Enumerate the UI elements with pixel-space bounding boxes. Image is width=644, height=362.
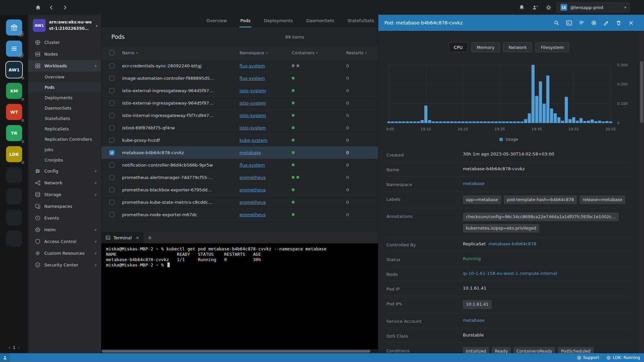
namespace-link[interactable]: prometheus <box>239 212 266 217</box>
select-all-checkbox[interactable] <box>109 50 114 55</box>
account-selector[interactable]: LE @lensapp-prod ▾ <box>557 2 630 12</box>
invite-user-button[interactable] <box>530 2 540 12</box>
row-checkbox[interactable] <box>109 187 114 192</box>
row-checkbox[interactable] <box>109 175 114 180</box>
detail-link[interactable]: ip-10-1-61-158.eu-west-1.compute.interna… <box>463 270 557 277</box>
sidebar-item-storage[interactable]: Storage∨ <box>28 189 101 200</box>
metric-tab-network[interactable]: Network <box>503 42 532 52</box>
column-header-namespace[interactable]: Namespace▾ <box>239 50 292 55</box>
support-button[interactable]: Support <box>577 355 599 360</box>
table-row[interactable]: kube-proxy-hvzdfkube-system0 <box>101 134 378 146</box>
namespace-link[interactable]: istio-system <box>239 88 266 93</box>
terminal-output[interactable]: miska@Miskas-MBP-2 ~ % kubectl get pod m… <box>101 243 378 349</box>
detail-link[interactable]: metabase <box>463 317 485 324</box>
sidebar-item-namespaces[interactable]: Namespaces <box>28 200 101 212</box>
row-checkbox[interactable] <box>109 125 114 130</box>
home-button[interactable] <box>33 2 43 12</box>
shell-icon[interactable] <box>565 19 573 26</box>
table-row[interactable]: istio-external-ingressgateway-964d5f97…i… <box>101 84 378 97</box>
table-row[interactable]: prometheus-node-exporter-m67dcprometheus… <box>101 208 378 221</box>
horizontal-scrollbar-thumb[interactable] <box>102 350 370 353</box>
rail-cluster-aw1[interactable]: AW1 <box>6 62 22 78</box>
sidebar-item-custom-resources[interactable]: Custom Resources∨ <box>28 247 101 259</box>
sidebar-item-config[interactable]: Config∨ <box>28 165 101 177</box>
namespace-link[interactable]: istio-system <box>239 101 266 106</box>
pager-next-icon[interactable]: › <box>18 345 20 350</box>
edit-icon[interactable] <box>602 19 610 26</box>
table-row[interactable]: ecr-credentials-sync-28092240-bttgjflux-… <box>101 60 378 72</box>
tab-statefulsets[interactable]: StatefulSets <box>347 15 375 27</box>
rail-app-catalog[interactable] <box>6 19 22 36</box>
new-terminal-button[interactable]: + <box>144 232 156 243</box>
row-checkbox[interactable] <box>109 63 114 68</box>
close-icon[interactable]: × <box>135 235 140 240</box>
namespace-link[interactable]: prometheus <box>239 200 266 205</box>
metric-tab-filesystem[interactable]: Filesystem <box>535 42 569 52</box>
sidebar-item-nodes[interactable]: Nodes <box>28 48 101 60</box>
sidebar-item-deployments[interactable]: Deployments <box>28 93 101 103</box>
tab-deployments[interactable]: Deployments <box>263 15 293 27</box>
row-checkbox[interactable] <box>109 101 114 106</box>
settings-button[interactable] <box>543 2 553 12</box>
notifications-button[interactable] <box>517 2 527 12</box>
namespace-link[interactable]: prometheus <box>239 187 266 192</box>
metric-tab-cpu[interactable]: CPU <box>448 42 468 52</box>
column-header-restarts[interactable]: Restarts▾ <box>346 50 378 55</box>
table-row[interactable]: prometheus-alertmanager-7dd779cf55-…prom… <box>101 171 378 184</box>
delete-icon[interactable] <box>615 19 622 26</box>
sidebar-item-security-center[interactable]: Security Center∨ <box>28 259 101 271</box>
table-row[interactable]: istiod-69f876bf75-qf4rwistio-system0 <box>101 122 378 134</box>
rail-cluster-ldk[interactable]: LDK <box>6 146 22 162</box>
row-checkbox[interactable] <box>109 138 114 143</box>
table-row[interactable]: metabase-b4b64c878-cvvkzmetabase0 <box>101 146 378 159</box>
column-header-containers[interactable]: Containers▾ <box>292 50 346 55</box>
user-menu-button[interactable] <box>0 353 10 362</box>
rail-cluster-wt[interactable]: WT <box>6 104 22 120</box>
namespace-link[interactable]: flux-system <box>239 63 265 68</box>
namespace-link[interactable]: metabase <box>239 150 261 155</box>
rail-cluster-km[interactable]: KM <box>6 83 22 99</box>
tab-pods[interactable]: Pods <box>239 15 251 27</box>
tab-daemonsets[interactable]: DaemonSets <box>306 15 335 27</box>
table-row[interactable]: prometheus-blackbox-exporter-6795dd…prom… <box>101 184 378 196</box>
rail-cluster-tr[interactable]: TR <box>6 125 22 141</box>
sidebar-item-network[interactable]: Network∨ <box>28 177 101 189</box>
cluster-status[interactable]: LDK: Running <box>606 355 640 360</box>
row-checkbox[interactable] <box>109 163 114 168</box>
sidebar-item-cronjobs[interactable]: CronJobs <box>28 155 101 165</box>
cluster-selector[interactable]: AW1 arn:aws:eks:eu-west-1:210226350… ▾ <box>28 15 101 35</box>
table-row[interactable]: prometheus-kube-state-metrics-c8cddc…pro… <box>101 196 378 208</box>
vertical-scrollbar-thumb[interactable] <box>640 61 643 123</box>
namespace-link[interactable]: flux-system <box>239 163 265 168</box>
detail-link[interactable]: metabase <box>463 181 485 187</box>
magnifier-icon[interactable] <box>553 19 560 26</box>
sidebar-item-access-control[interactable]: Access Control∨ <box>28 236 101 247</box>
logs-icon[interactable] <box>578 19 585 26</box>
sidebar-item-jobs[interactable]: Jobs <box>28 144 101 155</box>
sidebar-item-daemonsets[interactable]: DaemonSets <box>28 103 101 113</box>
table-row[interactable]: istio-internal-ingressgateway-f5f7cd947…… <box>101 109 378 122</box>
tab-overview[interactable]: Overview <box>206 15 227 27</box>
attach-icon[interactable] <box>590 19 597 26</box>
namespace-link[interactable]: prometheus <box>239 175 266 180</box>
forward-button[interactable] <box>60 2 70 12</box>
sidebar-item-workloads[interactable]: Workloads∧ <box>28 60 101 72</box>
row-checkbox[interactable] <box>109 150 114 155</box>
sidebar-item-statefulsets[interactable]: StatefulSets <box>28 113 101 124</box>
namespace-link[interactable]: istio-system <box>239 113 266 118</box>
sidebar-item-overview[interactable]: Overview <box>28 72 101 82</box>
rail-app-hotbar[interactable] <box>6 41 22 57</box>
close-icon[interactable] <box>627 19 635 26</box>
table-row[interactable]: istio-external-ingressgateway-964d5f97…i… <box>101 97 378 109</box>
table-row[interactable]: notification-controller-86d4cb566b-9pr5w… <box>101 159 378 171</box>
chart-legend[interactable]: Usage <box>386 136 631 147</box>
row-checkbox[interactable] <box>109 200 114 205</box>
namespace-link[interactable]: flux-system <box>239 76 265 81</box>
row-checkbox[interactable] <box>109 88 114 93</box>
row-checkbox[interactable] <box>109 113 114 118</box>
namespace-link[interactable]: kube-system <box>239 138 267 143</box>
sidebar-item-pods[interactable]: Pods <box>28 82 101 93</box>
namespace-link[interactable]: istio-system <box>239 125 266 130</box>
sidebar-item-replicasets[interactable]: ReplicaSets <box>28 124 101 134</box>
row-checkbox[interactable] <box>109 212 114 217</box>
